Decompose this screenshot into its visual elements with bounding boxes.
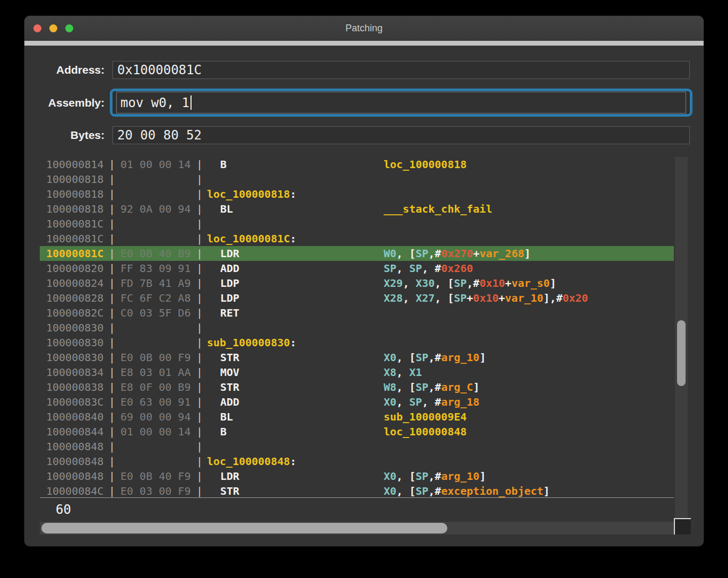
bytes-cell: E0 0B 40 F9 [120, 469, 190, 484]
operand-seg: ,# [428, 381, 441, 393]
mnemonic-cell: B [220, 424, 227, 439]
disasm-row[interactable]: 100000840|69 00 00 94|BLsub_1000009E4 [40, 409, 674, 424]
operand-seg: ___stack_chk_fail [384, 203, 492, 215]
disasm-row[interactable]: 100000838|E8 0F 00 B9|STRW8, [SP,#arg_C] [40, 380, 674, 395]
operand-seg: , [403, 292, 415, 304]
disasm-row[interactable]: 100000824|FD 7B 41 A9|LDPX29, X30, [SP,#… [40, 276, 674, 291]
operand-seg: ,# [428, 470, 441, 483]
mnemonic-cell: B [220, 157, 227, 172]
disasm-row[interactable]: 100000848||loc_100000848: [40, 454, 674, 469]
label-name: sub_100000830 [207, 336, 290, 349]
operand-seg: ,# [428, 247, 441, 260]
mnemonic-cell: ADD [220, 261, 239, 276]
operand-seg: sub_1000009E4 [384, 410, 467, 423]
minimize-button-icon[interactable] [49, 24, 57, 32]
column-separator: | [196, 320, 203, 335]
zoom-button-icon[interactable] [65, 24, 73, 32]
column-separator: | [109, 424, 115, 439]
window-title: Patching [24, 16, 704, 41]
column-separator: | [109, 157, 115, 172]
address-cell: 100000838 [46, 380, 103, 395]
vertical-scrollbar-thumb[interactable] [677, 320, 686, 386]
column-separator: | [196, 261, 203, 276]
column-separator: | [196, 439, 203, 454]
column-separator: | [196, 202, 203, 216]
disasm-row[interactable]: 10000083C|E0 63 00 91|ADDX0, SP, #arg_18 [40, 395, 674, 409]
titlebar[interactable]: Patching [24, 16, 704, 41]
disasm-row[interactable]: 10000081C|| [40, 216, 674, 231]
address-cell: 100000848 [46, 439, 103, 454]
label-cell: loc_100000818: [207, 187, 297, 202]
bytes-cell: E8 0F 00 B9 [120, 380, 190, 395]
column-separator: | [196, 409, 203, 424]
bytes-cell: FD 7B 41 A9 [120, 276, 190, 291]
label-colon: : [290, 188, 297, 200]
assembly-input[interactable]: mov w0, 1 [116, 92, 686, 113]
bytes-cell: E0 03 00 F9 [120, 484, 190, 498]
address-cell: 100000814 [46, 157, 103, 172]
disasm-row[interactable]: 100000830||sub_100000830: [40, 335, 674, 350]
disasm-row[interactable]: 10000081C||loc_10000081C: [40, 231, 674, 246]
disasm-row[interactable]: 100000818|92 0A 00 94|BL___stack_chk_fai… [40, 202, 674, 216]
status-count: 60 [56, 500, 71, 520]
disasm-row[interactable]: 10000082C|C0 03 5F D6|RET [40, 305, 674, 320]
column-separator: | [196, 216, 203, 231]
disasm-row[interactable]: 100000830|E0 0B 00 F9|STRX0, [SP,#arg_10… [40, 350, 674, 365]
bytes-cell: FF 83 09 91 [120, 261, 190, 276]
disasm-row[interactable]: 100000844|01 00 00 14|Bloc_100000848 [40, 424, 674, 439]
column-separator: | [109, 276, 115, 291]
disasm-row[interactable]: 100000818||loc_100000818: [40, 187, 674, 202]
address-input[interactable] [112, 61, 690, 79]
disasm-row[interactable]: 10000084C|E0 03 00 F9|STRX0, [SP,#except… [40, 484, 674, 498]
operand-seg: ] [550, 277, 556, 290]
column-separator: | [196, 454, 203, 469]
disasm-row[interactable]: 100000834|E8 03 01 AA|MOVX8, X1 [40, 365, 674, 380]
bytes-input[interactable] [112, 126, 690, 144]
disasm-row[interactable]: 100000820|FF 83 09 91|ADDSP, SP, #0x260 [40, 261, 674, 276]
operand-seg: X0 [384, 396, 396, 408]
address-cell: 10000081C [46, 216, 103, 231]
label-cell: sub_100000830: [207, 335, 297, 350]
operand-seg: , # [422, 262, 441, 275]
mnemonic-cell: ADD [220, 395, 239, 409]
operand-seg: + [499, 292, 505, 304]
column-separator: | [196, 172, 203, 187]
disasm-row[interactable]: 100000818|| [40, 172, 674, 187]
mnemonic-cell: STR [220, 350, 239, 365]
vertical-scrollbar-track[interactable] [675, 157, 688, 518]
disasm-row[interactable]: 10000081C|E0 0B 40 B9|LDRW0, [SP,#0x270+… [40, 246, 674, 261]
resize-corner[interactable] [674, 518, 691, 535]
operand-seg: 0x260 [441, 262, 473, 275]
operand-seg: X8 [384, 366, 396, 379]
operand-seg: 0x20 [562, 292, 588, 304]
operand-seg: + [467, 292, 473, 304]
close-button-icon[interactable] [33, 24, 41, 32]
bytes-cell: 01 00 00 14 [120, 424, 190, 439]
address-cell: 100000840 [46, 409, 103, 424]
horizontal-scrollbar-track[interactable] [40, 522, 674, 535]
mnemonic-cell: MOV [220, 365, 239, 380]
disasm-row[interactable]: 100000828|FC 6F C2 A8|LDPX28, X27, [SP+0… [40, 291, 674, 305]
disasm-row[interactable]: 100000848|E0 0B 40 F9|LDRX0, [SP,#arg_10… [40, 469, 674, 484]
disasm-row[interactable]: 100000830|| [40, 320, 674, 335]
bytes-cell: E8 03 01 AA [120, 365, 190, 380]
operand-seg: SP [415, 381, 428, 393]
mnemonic-cell: LDR [220, 246, 239, 261]
disasm-row[interactable]: 100000814|01 00 00 14|Bloc_100000818 [40, 157, 674, 172]
address-label: Address: [35, 61, 105, 79]
column-separator: | [196, 157, 203, 172]
column-separator: | [109, 246, 115, 261]
mnemonic-cell: STR [220, 380, 239, 395]
column-separator: | [109, 484, 115, 498]
column-separator: | [196, 424, 203, 439]
mnemonic-cell: LDP [220, 276, 239, 291]
operand-seg: arg_18 [441, 396, 479, 408]
column-separator: | [109, 216, 115, 231]
horizontal-scrollbar-thumb[interactable] [41, 523, 447, 533]
operand-seg: ] [480, 351, 486, 364]
operand-seg: arg_C [441, 381, 473, 393]
disasm-row[interactable]: 100000848|| [40, 439, 674, 454]
column-separator: | [196, 305, 203, 320]
operand-seg: SP [415, 470, 428, 483]
address-cell: 100000818 [46, 187, 103, 202]
